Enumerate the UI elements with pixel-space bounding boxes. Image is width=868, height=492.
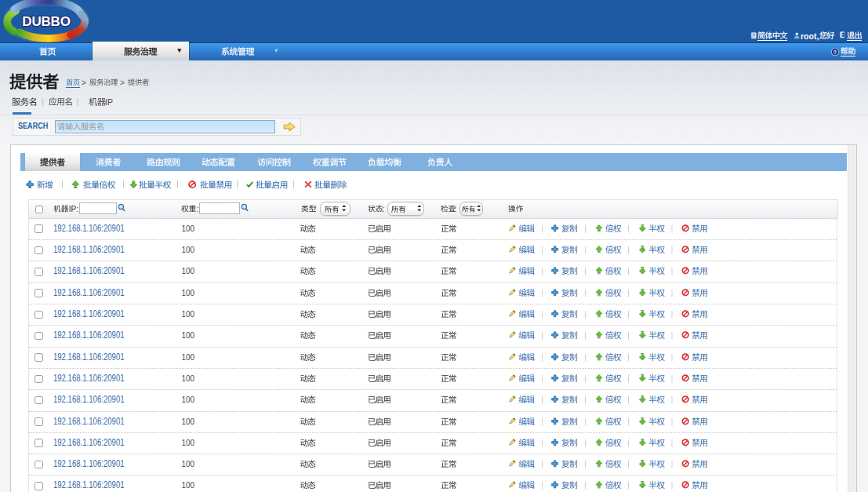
svg-text:DUBBO: DUBBO <box>22 14 70 29</box>
